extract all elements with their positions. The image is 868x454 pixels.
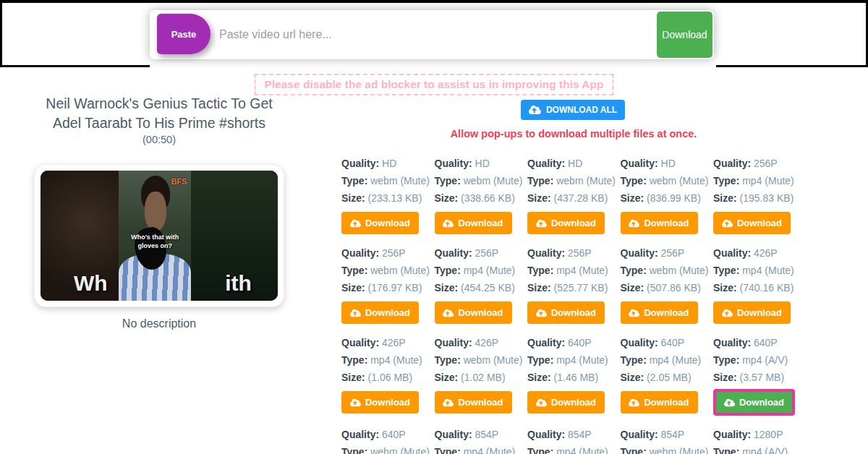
thumbnail-caption: Who's that with gloves on? (119, 233, 191, 250)
download-button[interactable]: Download (621, 301, 698, 324)
download-button[interactable]: Download (621, 391, 698, 414)
type: Type: mp4 (Mute) (713, 262, 807, 279)
video-description: No description (14, 317, 304, 330)
size-label: Size: (621, 282, 644, 294)
quality-value: 854P (475, 429, 499, 440)
download-button-main[interactable]: Download (657, 12, 712, 58)
quality-label: Quality: (435, 429, 472, 440)
quality: Quality: 256P (713, 155, 807, 172)
quality-value: 256P (754, 158, 778, 169)
quality: Quality: HD (341, 155, 435, 172)
size-value: (176.97 KB) (368, 282, 422, 294)
download-button[interactable]: Download (435, 391, 512, 414)
quality-label: Quality: (341, 247, 379, 259)
size: Size: (2.05 MB) (621, 369, 714, 386)
type-value: mp4 (Mute) (556, 446, 608, 454)
cloud-download-icon (443, 398, 454, 407)
download-button[interactable]: Download (435, 212, 512, 234)
size: Size: (3.57 MB) (713, 369, 807, 386)
cloud-download-icon (350, 219, 361, 228)
type: Type: mp4 (Mute) (713, 172, 807, 189)
quality-label: Quality: (527, 337, 565, 348)
quality-value: 640P (382, 429, 406, 440)
paste-button[interactable]: Paste (157, 14, 210, 54)
size-value: (437.28 KB) (554, 192, 608, 204)
quality-label: Quality: (621, 247, 658, 259)
video-title-line1: Neil Warnock's Genius Tactic To Get (14, 94, 304, 113)
download-button[interactable]: Download (713, 212, 791, 234)
download-button[interactable]: Download (341, 212, 419, 234)
type-value: mp4 (Mute) (556, 265, 608, 276)
type-label: Type: (435, 354, 461, 366)
quality-label: Quality: (527, 247, 565, 259)
size: Size: (338.66 KB) (435, 189, 528, 207)
download-option: Quality: HDType: webm (Mute)Size: (836.9… (621, 155, 714, 234)
cloud-download-icon (536, 309, 547, 317)
type-label: Type: (621, 175, 647, 187)
size-value: (507.86 KB) (647, 282, 701, 294)
quality: Quality: 426P (713, 244, 807, 262)
type: Type: webm (Mute) (621, 443, 714, 454)
download-option: Quality: 256PType: webm (Mute)Size: (176… (341, 244, 435, 324)
type: Type: mp4 (Mute) (527, 262, 621, 279)
download-option: Quality: 854PType: mp4 (Mute) (527, 426, 621, 454)
quality-value: HD (475, 158, 490, 169)
size: Size: (1.46 MB) (527, 369, 621, 386)
size-value: (2.05 MB) (647, 372, 691, 383)
download-button[interactable]: Download (527, 391, 605, 414)
type-value: webm (Mute) (370, 175, 430, 187)
size: Size: (454.25 KB) (435, 279, 528, 296)
type-value: mp4 (A/V) (742, 354, 788, 366)
video-url-input[interactable] (219, 10, 653, 59)
cloud-download-icon (350, 398, 361, 407)
quality: Quality: 426P (435, 334, 528, 351)
download-button[interactable]: Download (435, 301, 512, 324)
quality: Quality: HD (435, 155, 528, 172)
cloud-download-icon (722, 309, 733, 317)
quality: Quality: 854P (435, 426, 528, 443)
adblock-notice: Please disable the ad blocker to assist … (255, 74, 614, 95)
type-value: webm (Mute) (464, 354, 523, 366)
type: Type: mp4 (A/V) (713, 443, 807, 454)
download-option: Quality: 640PType: mp4 (A/V)Size: (3.57 … (713, 334, 807, 416)
download-all-button[interactable]: DOWNLOAD ALL (521, 100, 625, 120)
download-button[interactable]: Download (527, 212, 605, 234)
video-duration: (00:50) (14, 134, 304, 145)
quality: Quality: 256P (435, 244, 528, 262)
quality: Quality: 640P (341, 426, 435, 443)
download-option: Quality: 256PType: mp4 (Mute)Size: (525.… (527, 244, 621, 324)
quality: Quality: 426P (341, 334, 435, 351)
type-label: Type: (435, 265, 461, 276)
type: Type: mp4 (Mute) (435, 262, 528, 279)
download-button[interactable]: Download (713, 301, 791, 324)
size-value: (1.02 MB) (461, 372, 505, 383)
size-label: Size: (435, 282, 459, 294)
download-button[interactable]: Download (341, 301, 419, 324)
quality-label: Quality: (713, 337, 751, 348)
quality-label: Quality: (435, 247, 472, 259)
type-label: Type: (341, 354, 367, 366)
quality-value: 426P (754, 247, 778, 259)
size: Size: (176.97 KB) (341, 279, 435, 296)
quality-value: 640P (754, 337, 778, 348)
cloud-download-icon (629, 309, 639, 317)
size-label: Size: (713, 192, 737, 204)
quality: Quality: 854P (527, 426, 621, 443)
type-value: mp4 (Mute) (650, 354, 702, 366)
download-button[interactable]: Download (341, 391, 419, 414)
size-value: (740.16 KB) (740, 282, 794, 294)
type-label: Type: (527, 175, 553, 187)
download-option: Quality: 640PType: webm (Mute) (341, 426, 435, 454)
cloud-download-icon (629, 219, 639, 228)
download-button[interactable]: Download (621, 212, 698, 234)
quality: Quality: 640P (527, 334, 621, 351)
video-thumbnail[interactable]: BFS Who's that with gloves on? Wh ith (41, 171, 278, 301)
type-value: mp4 (Mute) (464, 446, 516, 454)
caption-line2: gloves on? (119, 241, 191, 250)
download-button-highlighted[interactable]: Download (713, 389, 795, 416)
quality-label: Quality: (621, 337, 658, 348)
size: Size: (437.28 KB) (527, 189, 621, 207)
download-button-label: Download (644, 397, 689, 408)
download-button[interactable]: Download (527, 301, 605, 324)
type-label: Type: (621, 446, 647, 454)
